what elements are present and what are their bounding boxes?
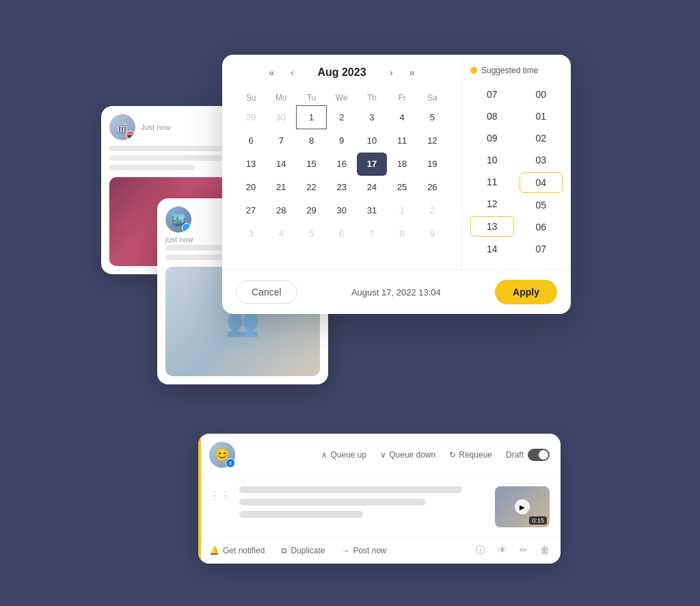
cal-day[interactable]: 6 [236,129,266,153]
duplicate-icon: ⧉ [281,546,287,555]
minute-cell[interactable]: 06 [520,218,563,237]
cal-day[interactable]: 3 [357,106,387,129]
cal-day[interactable]: 29 [296,199,326,222]
cal-day[interactable]: 27 [236,199,266,222]
cal-day[interactable]: 19 [417,153,447,176]
cal-day[interactable]: 1 [387,199,417,222]
content-line [239,511,363,518]
chevron-down-icon: ∨ [380,450,386,460]
post-card-inner: 😊 f ∧ Queue up ∨ Queue down ↻ Requeue Dr… [198,434,561,564]
next-btn[interactable]: › [387,66,396,79]
drag-handle[interactable]: ⋮⋮ [209,486,231,502]
play-button-icon[interactable]: ▶ [515,499,530,514]
trash-icon[interactable]: 🗑 [540,544,550,557]
cal-day[interactable]: 5 [296,222,326,246]
chevron-up-icon: ∧ [321,450,327,460]
cal-day[interactable]: 6 [327,222,357,246]
minute-cell[interactable]: 03 [520,150,563,170]
post-footer: 🔔 Get notified ⧉ Duplicate → Post now ⓘ … [198,537,561,564]
hour-cell[interactable]: 09 [470,129,514,148]
cal-day[interactable]: 8 [296,129,326,153]
minute-cell[interactable]: 02 [520,129,563,148]
cal-day[interactable]: 29 [236,106,266,129]
requeue-action[interactable]: ↻ Requeue [449,450,492,460]
hour-cell[interactable]: 12 [470,194,514,213]
cal-day[interactable]: 24 [357,176,387,199]
queue-up-action[interactable]: ∧ Queue up [321,450,366,460]
cal-day[interactable]: 10 [357,129,387,153]
prev-btn[interactable]: ‹ [288,66,297,79]
hours-column: 07 08 09 10 11 12 13 14 [470,85,514,259]
cal-day[interactable]: 30 [266,106,296,129]
draft-label: Draft [506,450,524,460]
cal-day[interactable]: 13 [236,153,266,176]
cal-day[interactable]: 31 [357,199,387,222]
get-notified-action[interactable]: 🔔 Get notified [209,546,265,555]
cal-day[interactable]: 14 [266,153,296,176]
content-line [109,165,194,170]
hour-cell[interactable]: 07 [470,85,514,104]
eye-icon[interactable]: 👁 [498,544,507,557]
cal-day[interactable]: 7 [266,129,296,153]
queue-down-action[interactable]: ∨ Queue down [380,450,435,460]
hour-cell[interactable]: 10 [470,150,514,170]
double-prev-btn[interactable]: « [267,66,278,79]
day-header-fr: Fr [387,90,417,106]
edit-icon[interactable]: ✏ [520,544,528,557]
avatar: 🏙️ 🐦 [165,207,191,233]
minute-cell[interactable]: 01 [520,107,563,126]
minute-cell[interactable]: 05 [520,196,563,215]
cal-day[interactable]: 22 [296,176,326,199]
queue-down-label: Queue down [389,450,435,460]
toggle-knob [539,450,548,460]
cal-day[interactable]: 26 [417,176,447,199]
post-now-action[interactable]: → Post now [341,546,386,555]
cal-day[interactable]: 15 [296,153,326,176]
cal-day[interactable]: 1 [296,106,326,129]
day-header-su: Su [236,90,266,106]
post-card-top: 😊 f ∧ Queue up ∨ Queue down ↻ Requeue Dr… [198,434,561,477]
cal-day[interactable]: 11 [387,129,417,153]
day-header-tu: Tu [296,90,326,106]
cal-day[interactable]: 28 [266,199,296,222]
double-next-btn[interactable]: » [407,66,418,79]
cal-day[interactable]: 20 [236,176,266,199]
info-icon[interactable]: ⓘ [476,544,485,557]
hour-cell-selected[interactable]: 13 [470,216,514,237]
calendar-main: « ‹ Aug 2023 › » Su Mo Tu We Th Fr Sa [222,55,571,269]
cancel-button[interactable]: Cancel [236,280,297,304]
hour-cell[interactable]: 14 [470,239,514,259]
cal-day-selected[interactable]: 17 [357,153,387,176]
yellow-accent-bar [198,434,201,564]
cal-day[interactable]: 8 [387,222,417,246]
cal-day[interactable]: 2 [327,106,357,129]
cal-day[interactable]: 12 [417,129,447,153]
minute-cell[interactable]: 00 [520,85,563,104]
minute-cell[interactable]: 07 [520,239,563,259]
draft-toggle-switch[interactable] [528,449,550,461]
platform-badge: 🐦 [182,223,191,233]
cal-day[interactable]: 18 [387,153,417,176]
bell-icon: 🔔 [209,546,219,555]
cal-day[interactable]: 30 [327,199,357,222]
apply-button[interactable]: Apply [495,280,557,304]
cal-day[interactable]: 25 [387,176,417,199]
cal-day[interactable]: 7 [357,222,387,246]
cal-day[interactable]: 3 [236,222,266,246]
calendar-widget: « ‹ Aug 2023 › » Su Mo Tu We Th Fr Sa [222,55,571,314]
cal-day[interactable]: 21 [266,176,296,199]
calendar-left: « ‹ Aug 2023 › » Su Mo Tu We Th Fr Sa [222,55,461,269]
cal-day[interactable]: 9 [417,222,447,246]
duplicate-action[interactable]: ⧉ Duplicate [281,546,325,555]
cal-day[interactable]: 2 [417,199,447,222]
queue-up-label: Queue up [330,450,366,460]
hour-cell[interactable]: 08 [470,107,514,126]
hour-cell[interactable]: 11 [470,172,514,192]
cal-day[interactable]: 16 [327,153,357,176]
cal-day[interactable]: 23 [327,176,357,199]
minute-cell-selected[interactable]: 04 [520,172,563,193]
cal-day[interactable]: 5 [417,106,447,129]
cal-day[interactable]: 4 [266,222,296,246]
cal-day[interactable]: 9 [327,129,357,153]
cal-day[interactable]: 4 [387,106,417,129]
